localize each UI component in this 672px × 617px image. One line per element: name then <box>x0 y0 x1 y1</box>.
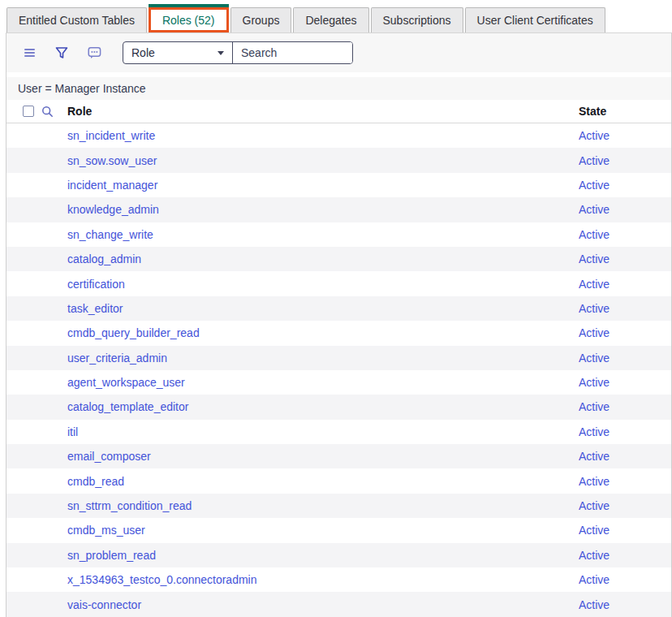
tab-label: Roles (52) <box>162 14 215 27</box>
state-value: Active <box>579 450 610 463</box>
state-value: Active <box>579 203 610 216</box>
state-cell: Active <box>579 352 671 365</box>
role-link[interactable]: sn_change_write <box>67 228 153 241</box>
state-value: Active <box>579 425 610 438</box>
search-column-select[interactable]: Role <box>123 42 233 63</box>
search-input[interactable] <box>233 42 352 63</box>
state-value: Active <box>579 475 610 488</box>
role-link[interactable]: email_composer <box>67 450 151 463</box>
state-cell: Active <box>579 425 671 438</box>
table-row: cmdb_ms_userActive <box>6 518 671 542</box>
state-cell: Active <box>579 179 671 192</box>
role-cell: vais-connector <box>61 598 579 611</box>
role-link[interactable]: user_criteria_admin <box>67 352 167 365</box>
role-link[interactable]: x_1534963_testco_0.connectoradmin <box>67 573 257 586</box>
state-cell: Active <box>579 252 671 265</box>
role-link[interactable]: sn_incident_write <box>67 129 155 142</box>
role-link[interactable]: sn_sttrm_condition_read <box>67 499 192 512</box>
chevron-down-icon <box>218 51 224 55</box>
table-row: incident_managerActive <box>6 173 671 197</box>
tab-label: Entitled Custom Tables <box>19 14 135 27</box>
table-row: email_composerActive <box>6 444 671 468</box>
table-row: sn_sow.sow_userActive <box>6 148 671 172</box>
table-body: sn_incident_writeActivesn_sow.sow_userAc… <box>6 123 671 617</box>
search-column-value: Role <box>131 46 155 59</box>
state-cell: Active <box>579 475 671 488</box>
state-value: Active <box>579 278 610 291</box>
role-cell: cmdb_query_builder_read <box>61 326 579 339</box>
tab-entitled-custom-tables[interactable]: Entitled Custom Tables <box>6 7 147 32</box>
search-combo: Role <box>123 41 353 64</box>
tab-groups[interactable]: Groups <box>230 7 292 32</box>
state-cell: Active <box>579 376 671 389</box>
role-link[interactable]: cmdb_ms_user <box>67 524 145 537</box>
state-cell: Active <box>579 450 671 463</box>
state-cell: Active <box>579 302 671 315</box>
table-row: agent_workspace_userActive <box>6 370 671 395</box>
role-link[interactable]: vais-connector <box>67 598 141 611</box>
table-row: sn_incident_writeActive <box>6 123 671 148</box>
state-cell: Active <box>579 400 671 413</box>
column-header-state[interactable]: State <box>579 105 671 118</box>
state-value: Active <box>579 302 610 315</box>
role-link[interactable]: cmdb_query_builder_read <box>67 326 200 339</box>
state-cell: Active <box>579 129 671 142</box>
state-cell: Active <box>579 524 671 537</box>
personalize-button[interactable] <box>82 41 106 65</box>
role-cell: sn_incident_write <box>61 129 579 142</box>
role-link[interactable]: agent_workspace_user <box>67 376 185 389</box>
table-row: itilActive <box>6 420 671 444</box>
role-link[interactable]: itil <box>67 425 78 438</box>
table-row: catalog_adminActive <box>6 247 671 271</box>
state-value: Active <box>579 400 610 413</box>
state-value: Active <box>579 252 610 265</box>
role-cell: cmdb_read <box>61 475 579 488</box>
filter-breadcrumb[interactable]: User = Manager Instance <box>6 77 671 100</box>
role-link[interactable]: sn_sow.sow_user <box>67 154 157 167</box>
role-cell: incident_manager <box>61 179 579 192</box>
state-value: Active <box>579 129 610 142</box>
role-cell: email_composer <box>61 450 579 463</box>
tab-subscriptions[interactable]: Subscriptions <box>371 7 463 32</box>
filter-breadcrumb-text: User = Manager Instance <box>18 82 146 95</box>
comment-icon <box>88 46 101 59</box>
column-search-toggle[interactable] <box>34 106 61 118</box>
select-all-checkbox[interactable] <box>23 106 34 117</box>
state-value: Active <box>579 228 610 241</box>
role-link[interactable]: cmdb_read <box>67 475 124 488</box>
roles-panel: Role User = Manager Instance Role State … <box>6 32 672 617</box>
state-cell: Active <box>579 228 671 241</box>
state-cell: Active <box>579 499 671 512</box>
role-cell: catalog_admin <box>61 252 579 265</box>
role-cell: x_1534963_testco_0.connectoradmin <box>61 573 579 586</box>
filter-button[interactable] <box>50 41 74 65</box>
role-link[interactable]: knowledge_admin <box>67 203 159 216</box>
list-menu-button[interactable] <box>17 41 41 65</box>
table-row: user_criteria_adminActive <box>6 346 671 370</box>
filter-icon <box>55 46 68 59</box>
role-link[interactable]: sn_problem_read <box>67 549 156 562</box>
role-link[interactable]: task_editor <box>67 302 123 315</box>
state-cell: Active <box>579 598 671 611</box>
column-header-role[interactable]: Role <box>61 105 579 118</box>
role-link[interactable]: certification <box>67 278 125 291</box>
role-cell: agent_workspace_user <box>61 376 579 389</box>
state-cell: Active <box>579 573 671 586</box>
state-cell: Active <box>579 549 671 562</box>
tab-strip: Entitled Custom TablesRoles (52)GroupsDe… <box>0 0 672 32</box>
table-header: Role State <box>6 100 671 123</box>
menu-icon <box>24 47 35 58</box>
role-link[interactable]: catalog_template_editor <box>67 400 188 413</box>
table-row: sn_change_writeActive <box>6 222 671 247</box>
role-link[interactable]: incident_manager <box>67 179 157 192</box>
role-cell: catalog_template_editor <box>61 400 579 413</box>
tab-roles[interactable]: Roles (52) <box>149 7 229 32</box>
tab-user-client-certificates[interactable]: User Client Certificates <box>465 7 605 32</box>
state-cell: Active <box>579 203 671 216</box>
tab-delegates[interactable]: Delegates <box>293 7 368 32</box>
table-row: vais-connectorActive <box>6 592 671 616</box>
state-value: Active <box>579 598 610 611</box>
role-link[interactable]: catalog_admin <box>67 252 141 265</box>
state-value: Active <box>579 154 610 167</box>
tab-label: Delegates <box>305 14 356 27</box>
